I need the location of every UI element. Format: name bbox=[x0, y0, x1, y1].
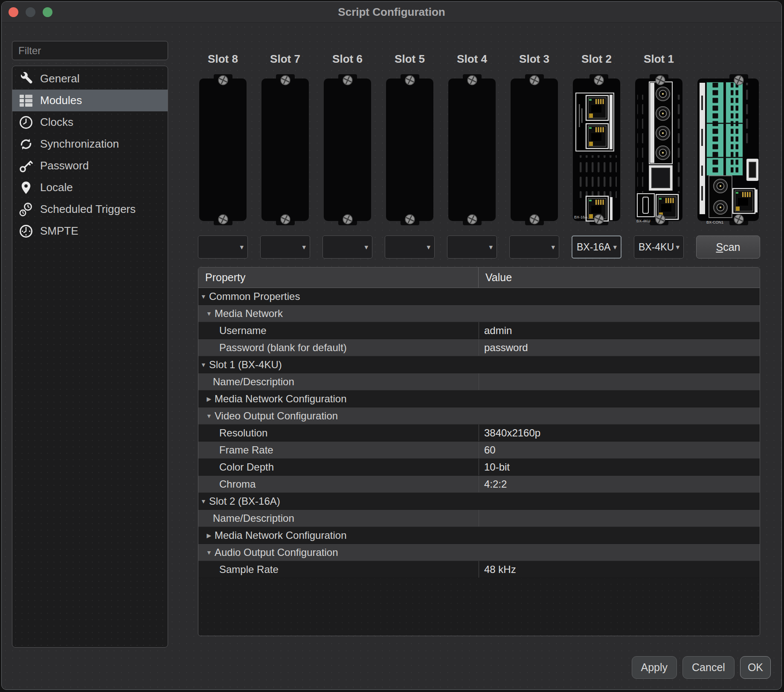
blank-plate-graphic bbox=[260, 73, 310, 226]
expand-arrow-icon[interactable] bbox=[206, 310, 212, 317]
row-property-label: Name/Description bbox=[213, 376, 294, 388]
expand-arrow-icon[interactable] bbox=[200, 361, 207, 368]
scan-button[interactable]: Scan bbox=[696, 236, 760, 259]
table-row-common-properties[interactable]: Common Properties bbox=[198, 288, 760, 305]
table-row-media-network[interactable]: Media Network bbox=[198, 305, 760, 322]
table-row-resolution[interactable]: Resolution 3840x2160p bbox=[198, 425, 760, 442]
slot-6-header: Slot 6 bbox=[322, 49, 372, 68]
row-value bbox=[479, 544, 760, 561]
table-row-chroma[interactable]: Chroma 4:2:2 bbox=[198, 476, 760, 493]
chevron-down-icon: ▾ bbox=[613, 244, 617, 251]
table-row-sample-rate[interactable]: Sample Rate 48 kHz bbox=[198, 561, 760, 578]
bx-16a-card-graphic: BX-16A bbox=[572, 73, 621, 226]
row-property-label: Sample Rate bbox=[219, 564, 279, 576]
collapse-arrow-icon[interactable] bbox=[206, 532, 212, 539]
row-property-label: Media Network bbox=[215, 308, 283, 320]
row-value[interactable] bbox=[479, 373, 760, 390]
table-row-audio-output-config[interactable]: Audio Output Configuration bbox=[198, 544, 760, 561]
slot-2-module-select[interactable]: BX-16A ▾ bbox=[572, 236, 621, 259]
table-row-slot-2-group[interactable]: Slot 2 (BX-16A) bbox=[198, 493, 760, 510]
row-value[interactable]: 48 kHz bbox=[479, 561, 760, 578]
key-icon bbox=[18, 158, 34, 174]
row-property-label: Frame Rate bbox=[219, 444, 273, 456]
table-row-slot2-name-description[interactable]: Name/Description bbox=[198, 510, 760, 527]
table-row-video-output-config[interactable]: Video Output Configuration bbox=[198, 407, 760, 425]
map-pin-icon bbox=[18, 180, 34, 195]
slot-4-blank-plate bbox=[447, 73, 497, 226]
slot-8-module-select[interactable]: ▾ bbox=[198, 236, 248, 259]
row-property-label: Username bbox=[219, 325, 267, 337]
table-row-slot1-media-network-config[interactable]: Media Network Configuration bbox=[198, 390, 760, 407]
row-value[interactable] bbox=[479, 510, 760, 526]
row-value[interactable]: password bbox=[479, 339, 760, 356]
sidebar-item-scheduled-triggers[interactable]: Scheduled Triggers bbox=[12, 198, 168, 220]
controller-card-bx-con: BX-CON1 bbox=[696, 73, 760, 226]
row-value[interactable]: 4:2:2 bbox=[479, 476, 760, 492]
window-title: Script Configuration bbox=[338, 6, 445, 19]
sidebar-item-clocks[interactable]: Clocks bbox=[12, 111, 168, 133]
sidebar-item-label: Scheduled Triggers bbox=[40, 203, 136, 216]
row-value[interactable]: 10-bit bbox=[479, 459, 760, 475]
row-value[interactable]: admin bbox=[479, 322, 760, 339]
table-row-slot-1-group[interactable]: Slot 1 (BX-4KU) bbox=[198, 356, 760, 373]
clock-icon bbox=[18, 115, 34, 130]
row-property-label: Resolution bbox=[219, 427, 267, 439]
property-table: Property Value Common Properties Media N… bbox=[198, 267, 760, 636]
sidebar-item-synchronization[interactable]: Synchronization bbox=[12, 133, 168, 155]
row-property-label: Name/Description bbox=[213, 512, 294, 524]
slot-4-module-select[interactable]: ▾ bbox=[447, 236, 497, 259]
row-value bbox=[479, 356, 760, 373]
table-row-username[interactable]: Username admin bbox=[198, 322, 760, 339]
sidebar-item-locale[interactable]: Locale bbox=[12, 177, 168, 198]
sidebar-item-label: Locale bbox=[40, 181, 73, 194]
sidebar-item-general[interactable]: General bbox=[12, 68, 168, 90]
slot-headers: Slot 8 Slot 7 Slot 6 Slot 5 Slot 4 Slot … bbox=[198, 49, 760, 68]
titlebar[interactable]: Script Configuration bbox=[2, 2, 781, 23]
sidebar-item-smpte[interactable]: SMPTE bbox=[12, 220, 168, 242]
apply-button[interactable]: Apply bbox=[632, 656, 677, 679]
bx-4ku-card-label: BX-4KU bbox=[636, 219, 650, 223]
filter-input[interactable] bbox=[12, 41, 168, 60]
controller-card-graphic: BX-CON1 bbox=[696, 73, 760, 226]
slot-7-module-select[interactable]: ▾ bbox=[260, 236, 310, 259]
row-value bbox=[479, 527, 760, 544]
sidebar-item-modules[interactable]: Modules bbox=[12, 90, 168, 111]
close-button[interactable] bbox=[9, 7, 18, 17]
slot-5-header: Slot 5 bbox=[385, 49, 435, 68]
table-row-frame-rate[interactable]: Frame Rate 60 bbox=[198, 442, 760, 459]
expand-arrow-icon[interactable] bbox=[200, 293, 207, 300]
row-value[interactable]: 60 bbox=[479, 442, 760, 458]
zoom-button[interactable] bbox=[43, 7, 52, 17]
expand-arrow-icon[interactable] bbox=[206, 549, 212, 556]
sidebar-item-password[interactable]: Password bbox=[12, 155, 168, 177]
table-row-color-depth[interactable]: Color Depth 10-bit bbox=[198, 459, 760, 476]
table-row-slot2-media-network-config[interactable]: Media Network Configuration bbox=[198, 527, 760, 544]
modules-grid-icon bbox=[18, 93, 34, 108]
collapse-arrow-icon[interactable] bbox=[206, 395, 212, 402]
slot-3-blank-plate bbox=[509, 73, 559, 226]
ok-button[interactable]: OK bbox=[740, 656, 771, 679]
row-property-label: Audio Output Configuration bbox=[215, 547, 338, 558]
slot-3-module-select[interactable]: ▾ bbox=[509, 236, 559, 259]
property-table-header: Property Value bbox=[198, 267, 760, 288]
row-value bbox=[479, 493, 760, 509]
bx-4ku-card-graphic: BX-4KU bbox=[634, 73, 684, 226]
expand-arrow-icon[interactable] bbox=[200, 498, 207, 505]
table-row-password[interactable]: Password (blank for default) password bbox=[198, 339, 760, 356]
slot-8-blank-plate bbox=[198, 73, 248, 226]
screenshot-stage: Script Configuration General Mod bbox=[0, 0, 784, 692]
row-value bbox=[479, 288, 760, 305]
slot-5-module-select[interactable]: ▾ bbox=[385, 236, 435, 259]
cancel-button[interactable]: Cancel bbox=[682, 656, 735, 679]
slot-1-module-select[interactable]: BX-4KU ▾ bbox=[634, 236, 684, 259]
value-column-header[interactable]: Value bbox=[479, 267, 760, 288]
expand-arrow-icon[interactable] bbox=[206, 413, 212, 419]
table-row-slot1-name-description[interactable]: Name/Description bbox=[198, 373, 760, 390]
chevron-down-icon: ▾ bbox=[302, 244, 306, 251]
row-value[interactable]: 3840x2160p bbox=[479, 425, 760, 441]
row-property-label: Common Properties bbox=[209, 291, 300, 302]
property-column-header[interactable]: Property bbox=[198, 267, 479, 288]
slot-5-blank-plate bbox=[385, 73, 435, 226]
slot-6-module-select[interactable]: ▾ bbox=[322, 236, 372, 259]
minimize-button[interactable] bbox=[26, 7, 35, 17]
